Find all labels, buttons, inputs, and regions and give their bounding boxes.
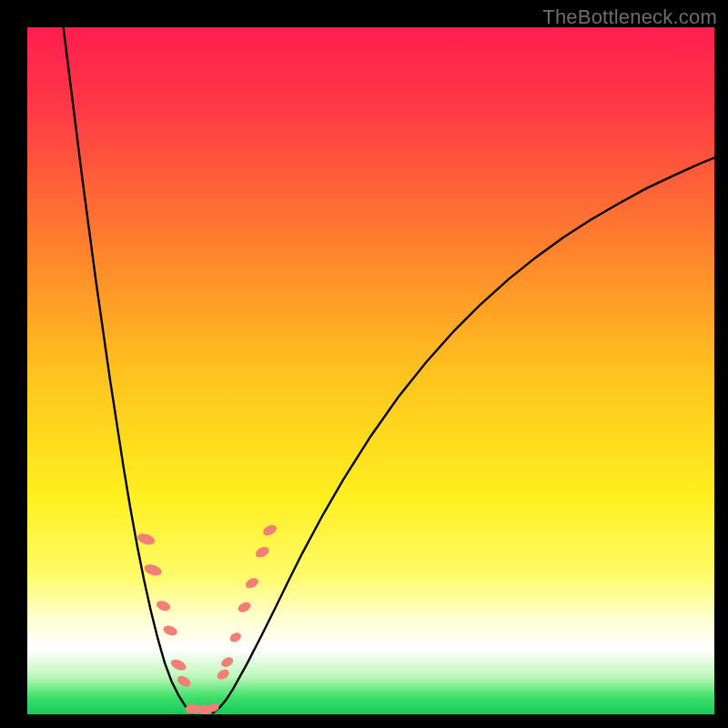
plot-area xyxy=(27,27,714,714)
chart-svg xyxy=(27,27,714,714)
attribution-label: TheBottleneck.com xyxy=(542,5,717,29)
gradient-background xyxy=(27,27,714,714)
chart-frame: TheBottleneck.com xyxy=(0,0,728,728)
